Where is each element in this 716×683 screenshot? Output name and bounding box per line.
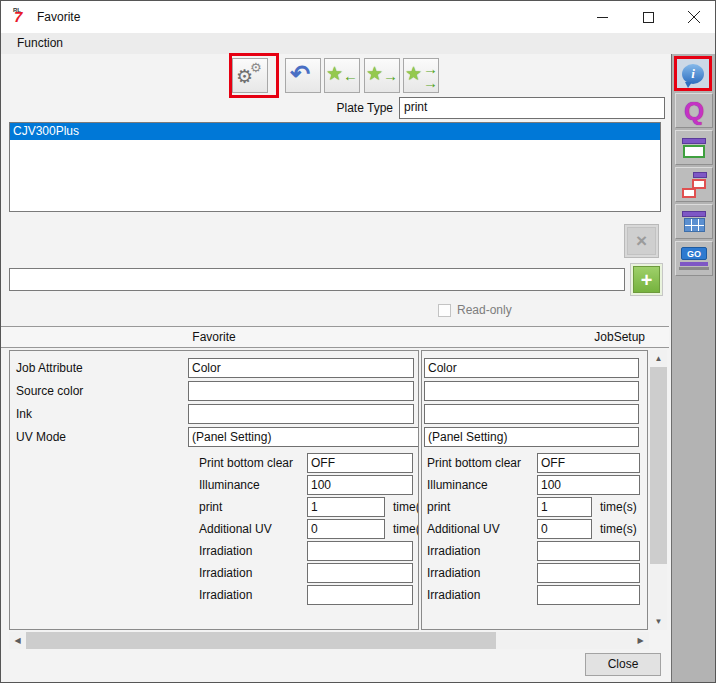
panel-row [422, 404, 647, 424]
rasterlink-logo-icon: RL 7 [12, 8, 30, 26]
function-sidebar: i Q GO [671, 54, 716, 683]
illuminance-field[interactable]: 100 [307, 475, 413, 495]
close-button[interactable]: Close [585, 653, 661, 676]
job-attribute-label: Job Attribute [10, 361, 188, 375]
vertical-scroll-thumb[interactable] [650, 367, 667, 564]
uv-mode-field[interactable]: (Panel Setting) [424, 427, 639, 447]
scroll-down-arrow[interactable]: ▼ [650, 613, 667, 630]
times-suffix: time(s) [393, 522, 419, 536]
device-list[interactable]: CJV300Plus [9, 122, 661, 212]
window-title: Favorite [37, 1, 80, 33]
quality-icon: Q [684, 98, 704, 124]
read-only-label: Read-only [457, 303, 512, 317]
irradiation-label: Irradiation [427, 544, 537, 558]
source-color-label: Source color [10, 384, 188, 398]
irradiation-field[interactable] [307, 563, 413, 583]
star-icon: ★ [405, 64, 422, 83]
uv-mode-label: UV Mode [10, 430, 188, 444]
sidebar-execute-button[interactable]: GO [675, 241, 713, 276]
job-attribute-field[interactable]: Color [424, 358, 639, 378]
uv-setting-row: Print bottom clearOFF [422, 453, 647, 473]
vertical-scrollbar[interactable]: ▲ ▼ [650, 350, 667, 630]
read-only-checkbox[interactable] [438, 304, 451, 317]
scroll-right-arrow[interactable]: ▶ [632, 632, 649, 649]
add-favorite-button[interactable]: + [630, 263, 663, 296]
favorite-panel: Job AttributeColorSource colorInkUV Mode… [9, 350, 419, 630]
uv-setting-row: Additional UV0time(s) [422, 519, 647, 539]
plate-print-icon [682, 138, 706, 144]
sidebar-tiling-button[interactable] [675, 204, 713, 239]
star-icon: ★ [366, 64, 383, 83]
uv-setting-row: print1time(s) [10, 497, 418, 517]
irradiation-field[interactable] [537, 585, 640, 605]
print-field[interactable]: 1 [307, 497, 385, 517]
plate-type-input[interactable]: print [399, 97, 665, 119]
illuminance-label: Illuminance [427, 478, 537, 492]
irradiation-label: Irradiation [199, 566, 307, 580]
favorite-apply-left-button[interactable]: ★ ← [324, 58, 360, 93]
job-attribute-field[interactable]: Color [188, 358, 414, 378]
delete-favorite-button[interactable]: × [624, 224, 659, 258]
favorite-name-input[interactable] [9, 268, 625, 291]
sidebar-copy-button[interactable] [675, 167, 713, 202]
illuminance-field[interactable]: 100 [537, 475, 640, 495]
print-bottom-clear-label: Print bottom clear [427, 456, 537, 470]
irradiation-label: Irradiation [199, 588, 307, 602]
ink-field[interactable] [188, 404, 414, 424]
titlebar: RL 7 Favorite [1, 1, 716, 33]
sidebar-quality-button[interactable]: Q [675, 93, 713, 128]
print-field[interactable]: 1 [537, 497, 592, 517]
additional-uv-field[interactable]: 0 [307, 519, 385, 539]
favorite-apply-right-button[interactable]: ★ → [364, 58, 400, 93]
settings-highlight-box: ⚙ ⚙ [229, 53, 279, 98]
arrow-left-icon: ← [343, 68, 358, 83]
favorite-dialog: RL 7 Favorite Function ⚙ ⚙ ↶ ★ ← [0, 0, 716, 683]
panel-row [422, 381, 647, 401]
delete-icon: × [627, 227, 656, 255]
panel-row: (Panel Setting) [422, 427, 647, 447]
uv-setting-row: Irradiation [10, 585, 418, 605]
scroll-left-arrow[interactable]: ◀ [9, 632, 26, 649]
favorite-apply-all-button[interactable]: ★ → → [403, 58, 439, 93]
illuminance-label: Illuminance [199, 478, 307, 492]
logo-main-text: 7 [14, 9, 22, 24]
panel-row: Color [422, 358, 647, 378]
print-bottom-clear-field[interactable]: OFF [537, 453, 640, 473]
uv-setting-row: Illuminance100 [422, 475, 647, 495]
irradiation-field[interactable] [537, 541, 640, 561]
uv-setting-row: Irradiation [422, 563, 647, 583]
source-color-field[interactable] [424, 381, 639, 401]
print-bottom-clear-field[interactable]: OFF [307, 453, 413, 473]
menu-function[interactable]: Function [8, 33, 72, 54]
undo-button[interactable]: ↶ [285, 58, 321, 93]
irradiation-label: Irradiation [199, 544, 307, 558]
uv-setting-row: Irradiation [422, 541, 647, 561]
sidebar-properties-button[interactable]: i [674, 56, 712, 91]
list-item[interactable]: CJV300Plus [10, 123, 660, 140]
uv-setting-row: print1time(s) [422, 497, 647, 517]
panel-row: Ink [10, 404, 418, 424]
plus-icon: + [633, 266, 660, 293]
settings-button[interactable]: ⚙ ⚙ [232, 58, 268, 93]
horizontal-scrollbar[interactable]: ◀ ▶ [9, 632, 649, 649]
ink-field[interactable] [424, 404, 639, 424]
irradiation-field[interactable] [537, 563, 640, 583]
source-color-field[interactable] [188, 381, 414, 401]
times-suffix: time(s) [393, 500, 419, 514]
minimize-button[interactable] [579, 1, 625, 33]
additional-uv-field[interactable]: 0 [537, 519, 592, 539]
uv-setting-row: Irradiation [10, 563, 418, 583]
scroll-up-arrow[interactable]: ▲ [650, 350, 667, 367]
irradiation-field[interactable] [307, 541, 413, 561]
irradiation-field[interactable] [307, 585, 413, 605]
star-icon: ★ [326, 64, 343, 83]
close-window-button[interactable] [671, 1, 716, 33]
sidebar-plate-button[interactable] [675, 130, 713, 165]
window-controls [579, 1, 716, 33]
irradiation-label: Irradiation [427, 588, 537, 602]
uv-mode-field[interactable]: (Panel Setting) [188, 427, 419, 447]
horizontal-scroll-thumb[interactable] [26, 632, 496, 649]
jobsetup-column-header: JobSetup [421, 327, 651, 347]
maximize-button[interactable] [625, 1, 671, 33]
print-label: print [199, 500, 307, 514]
